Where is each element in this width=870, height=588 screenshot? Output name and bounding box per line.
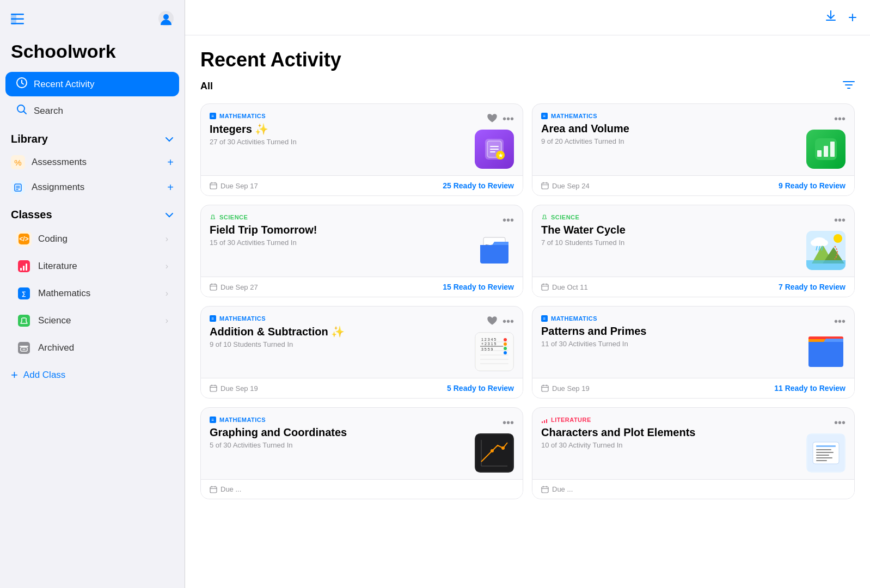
card-thumbnail (806, 231, 846, 270)
card-subject: ≡ MATHEMATICS (541, 315, 800, 322)
class-item-literature[interactable]: Literature › (5, 253, 179, 279)
nav-search[interactable]: Search (5, 99, 179, 123)
svg-point-44 (811, 240, 819, 246)
class-item-mathematics[interactable]: ∑ Mathematics › (5, 280, 179, 307)
svg-point-39 (834, 234, 842, 243)
card-due: Due Sep 19 (541, 384, 590, 393)
more-icon[interactable]: ••• (503, 214, 514, 226)
mathematics-icon: ∑ (16, 286, 32, 301)
card-water-cycle[interactable]: SCIENCE The Water Cycle 7 of 10 Students… (532, 205, 855, 297)
assignments-label: Assignments (32, 182, 84, 193)
card-subtitle: 15 of 30 Activities Turned In (210, 238, 468, 247)
card-due: Due Sep 24 (541, 182, 590, 190)
search-icon (16, 104, 27, 118)
add-icon[interactable]: + (848, 9, 857, 26)
svg-text:3 5 5 9: 3 5 5 9 (481, 347, 493, 351)
heart-icon[interactable] (487, 316, 497, 327)
more-icon[interactable]: ••• (503, 315, 514, 328)
more-icon[interactable]: ••• (834, 113, 846, 125)
class-item-coding[interactable]: </> Coding › (5, 226, 179, 252)
card-subject: LITERATURE (541, 416, 800, 423)
archived-item[interactable]: Archived (5, 335, 179, 361)
add-assessment-icon[interactable]: + (167, 156, 174, 169)
heart-icon[interactable] (487, 114, 497, 125)
assignments-icon (11, 180, 25, 194)
more-icon[interactable]: ••• (834, 214, 846, 226)
library-chevron-icon[interactable] (165, 134, 174, 144)
card-review[interactable]: 7 Ready to Review (779, 283, 846, 291)
card-footer: Due Oct 11 7 Ready to Review (532, 277, 854, 297)
card-subject: ≡ MATHEMATICS (541, 113, 800, 119)
card-footer: Due Sep 17 25 Ready to Review (201, 175, 523, 195)
card-review[interactable]: 15 Ready to Review (443, 283, 514, 291)
nav-recent-activity[interactable]: Recent Activity (5, 72, 179, 96)
card-subtitle: 10 of 30 Activity Turned In (541, 441, 800, 449)
literature-label: Literature (38, 261, 77, 272)
svg-text:≡: ≡ (211, 114, 214, 119)
toggle-sidebar-icon[interactable] (11, 14, 24, 28)
card-title: Area and Volume (541, 122, 800, 135)
card-thumbnail (806, 433, 846, 473)
card-area-volume[interactable]: ≡ MATHEMATICS Area and Volume 9 of 20 Ac… (532, 103, 855, 196)
more-icon[interactable]: ••• (834, 315, 846, 328)
library-item-assignments[interactable]: Assignments + (0, 175, 185, 200)
recent-activity-icon (16, 77, 27, 91)
nav-recent-activity-label: Recent Activity (34, 79, 95, 90)
add-assignment-icon[interactable]: + (167, 181, 174, 194)
card-characters-plot[interactable]: LITERATURE Characters and Plot Elements … (532, 407, 855, 499)
card-footer: Due Sep 24 9 Ready to Review (532, 175, 854, 195)
card-graphing-coordinates[interactable]: ≡ MATHEMATICS Graphing and Coordinates 5… (200, 407, 523, 499)
svg-rect-80 (210, 487, 217, 493)
svg-rect-12 (20, 268, 22, 271)
add-class-label: Add Class (23, 370, 65, 381)
more-icon[interactable]: ••• (834, 416, 846, 429)
classes-section-header: Classes (0, 200, 185, 225)
svg-text:≡: ≡ (211, 418, 214, 422)
svg-text:</>: </> (19, 235, 28, 243)
card-review[interactable]: 11 Ready to Review (774, 384, 846, 393)
svg-text:★: ★ (498, 152, 504, 158)
card-review[interactable]: 5 Ready to Review (447, 384, 514, 393)
svg-rect-90 (816, 457, 832, 458)
main-header: + (185, 0, 870, 35)
more-icon[interactable]: ••• (503, 416, 514, 429)
svg-rect-81 (542, 421, 543, 423)
card-patterns-primes[interactable]: ≡ MATHEMATICS Patterns and Primes 11 of … (532, 306, 855, 399)
cards-grid: ≡ MATHEMATICS Integers ✨ 27 of 30 Activi… (200, 103, 855, 499)
assessments-label: Assessments (32, 157, 87, 168)
classes-label: Classes (11, 209, 52, 221)
library-item-assessments[interactable]: % Assessments + (0, 150, 185, 175)
card-field-trip[interactable]: SCIENCE Field Trip Tomorrow! 15 of 30 Ac… (200, 205, 523, 297)
card-thumbnail (806, 130, 846, 169)
card-review[interactable]: 9 Ready to Review (779, 181, 846, 190)
card-footer: Due Sep 19 11 Ready to Review (532, 378, 854, 398)
card-integers[interactable]: ≡ MATHEMATICS Integers ✨ 27 of 30 Activi… (200, 103, 523, 196)
add-class-button[interactable]: + Add Class (0, 362, 185, 389)
svg-point-5 (163, 14, 169, 20)
svg-rect-33 (830, 142, 835, 157)
class-item-science[interactable]: Science › (5, 308, 179, 334)
card-subtitle: 27 of 30 Activities Turned In (210, 138, 468, 146)
card-review[interactable]: 25 Ready to Review (443, 181, 514, 190)
download-icon[interactable] (824, 9, 837, 26)
svg-rect-86 (816, 445, 836, 447)
card-addition-subtraction[interactable]: ≡ MATHEMATICS Addition & Subtraction ✨ 9… (200, 306, 523, 399)
card-subject: ≡ MATHEMATICS (210, 315, 468, 322)
svg-rect-34 (542, 183, 548, 189)
svg-point-66 (504, 351, 507, 354)
classes-chevron-icon[interactable] (165, 210, 174, 220)
more-icon[interactable]: ••• (503, 113, 514, 125)
svg-rect-17 (18, 315, 30, 327)
svg-rect-49 (542, 284, 548, 290)
literature-icon (16, 259, 32, 274)
main-content: + Recent Activity All ≡ MATHEMATICS (185, 0, 870, 588)
svg-rect-3 (11, 23, 24, 24)
archived-icon (16, 340, 32, 356)
filter-icon[interactable] (843, 80, 855, 93)
svg-rect-88 (816, 452, 834, 453)
svg-text:+ 2 3 1 5: + 2 3 1 5 (481, 342, 497, 346)
science-chevron-icon: › (166, 316, 168, 326)
profile-icon[interactable] (158, 11, 174, 30)
main-scroll-area[interactable]: Recent Activity All ≡ MATHEMATICS (185, 35, 870, 588)
card-title: Graphing and Coordinates (210, 426, 468, 439)
